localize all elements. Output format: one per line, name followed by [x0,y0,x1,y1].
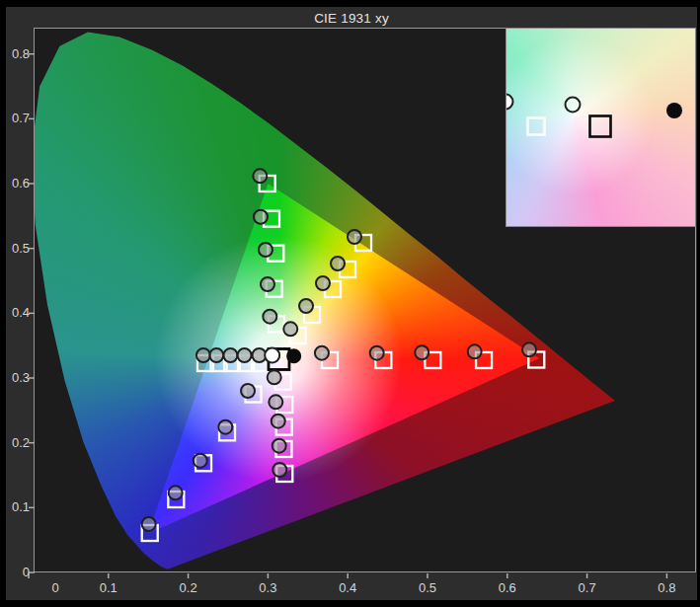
x-tick-label: 0.8 [650,580,683,595]
inset-measured-circle-white [506,95,513,110]
chart-window: { "window": { "title": "CIE 1931 xy" }, … [0,0,700,607]
y-tick-label: 0.6 [4,176,30,190]
x-tick-label: 0.2 [172,580,205,595]
y-tick-label: 0.1 [4,499,30,514]
y-tick-label: 0.7 [4,111,30,125]
inset-markers [506,29,696,227]
y-tick-label: 0.2 [4,435,30,450]
inset-target-square-white [528,118,545,135]
inset-whitepoint-target-square [590,116,611,137]
chart-title: CIE 1931 xy [314,11,389,26]
y-tick-label: 0.5 [4,241,30,256]
inset-whitepoint-measured-dot [666,103,682,118]
inset-measured-circle-open [566,98,581,113]
title-bar: CIE 1931 xy [6,9,697,27]
x-tick-label: 0.4 [331,580,364,595]
x-tick-label: 0.1 [92,580,125,595]
x-tick-label: 0.3 [251,580,284,595]
y-tick-label: 0.8 [4,46,30,61]
inset-zoom-panel [506,28,696,227]
x-tick-label: 0.6 [491,580,524,595]
x-tick-label: 0 [39,580,72,595]
x-tick-label: 0.5 [411,580,444,595]
x-tick-label: 0.7 [571,580,604,595]
y-tick-label: 0.3 [4,370,30,385]
y-tick-label: 0.4 [4,305,30,320]
y-tick-label: 0 [4,565,30,579]
